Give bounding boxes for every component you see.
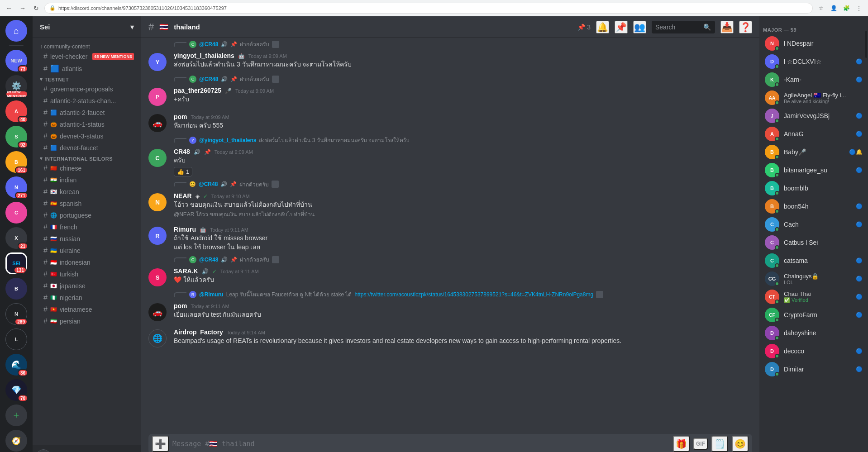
home-button[interactable]: ⌂ <box>5 20 27 42</box>
server-icon-2[interactable]: ⚙️ 65 NEW MENTIONS <box>5 75 27 97</box>
message-content-airdrop: Airdrop_Factory Today at 9:14 AM Beampad… <box>174 328 752 347</box>
member-boomblb[interactable]: B boomblb <box>761 179 866 197</box>
gift-button[interactable]: 🎁 <box>673 436 690 452</box>
server-icon-11[interactable]: N 289 <box>5 303 27 325</box>
message-input[interactable] <box>172 435 669 452</box>
server-icon-sei[interactable]: SEI 131 <box>5 252 27 274</box>
search-box[interactable]: 🔍 <box>652 21 715 33</box>
server-icon-13[interactable]: 🌊 36 <box>5 354 27 376</box>
sticker-button[interactable]: 🗒️ <box>711 436 728 452</box>
server-icon-14[interactable]: 💎 70 <box>5 379 27 401</box>
member-dclxvi[interactable]: D l ☆DCLXVI☆ 🔵 <box>761 52 866 71</box>
reply-link-pom2[interactable]: https://twitter.com/acousticzpk/status/1… <box>354 291 593 298</box>
bookmark-button[interactable]: ☆ <box>816 3 826 14</box>
member-catsama[interactable]: C catsama 🔵 <box>761 252 866 270</box>
channel-item-ukraine[interactable]: # 🇺🇦 ukraine <box>36 245 138 257</box>
messages-area[interactable]: C @CR48 🔊 📌 ฝากด้วยครับ Y yingyot_l_thai… <box>141 38 759 434</box>
channel-item-atlantic2-status[interactable]: # atlantic-2-status-chan... <box>36 95 138 107</box>
channel-item-devnet-faucet[interactable]: # 🟦 devnet-faucet <box>36 142 138 154</box>
channel-item-indonesian[interactable]: # 🇮🇩 indonesian <box>36 257 138 268</box>
member-agileangel[interactable]: AA AgileAngel 🇦🇺 Fly-fly i... Be alive a… <box>761 89 866 107</box>
address-bar[interactable]: 🔒 https://discord.com/channels/973057323… <box>44 3 813 14</box>
member-chauthai[interactable]: CT Chau Thai ✅ Verified 🔵 <box>761 288 866 306</box>
channel-item-spanish[interactable]: # 🇪🇸 spanish <box>36 198 138 209</box>
add-file-button[interactable]: ➕ <box>152 436 169 452</box>
author-airdrop[interactable]: Airdrop_Factory <box>174 328 223 336</box>
channel-item-atlantic1-status[interactable]: # 🎃 atlantic-1-status <box>36 119 138 130</box>
member-decoco[interactable]: D decoco 🔵 <box>761 342 866 360</box>
japanese-flag: 🇯🇵 <box>50 283 57 289</box>
member-karn[interactable]: K -Karn- 🔵 <box>761 71 866 89</box>
author-pom2[interactable]: pom <box>174 302 187 309</box>
reload-button[interactable]: ↻ <box>31 3 42 14</box>
channel-item-devnet3-status[interactable]: # 🎃 devnet-3-status <box>36 130 138 142</box>
channel-item-russian[interactable]: # 🇷🇺 russian <box>36 233 138 245</box>
category-international[interactable]: ▾ INTERNATIONAL SEILORS <box>33 154 141 162</box>
forward-button[interactable]: → <box>17 3 28 14</box>
member-cach[interactable]: C Cach 🔵 <box>761 215 866 233</box>
server-icon-6[interactable]: N 271 <box>5 176 27 198</box>
server-icon-4[interactable]: S 92 <box>5 126 27 147</box>
server-icon-7[interactable]: C <box>5 202 27 224</box>
back-button[interactable]: ← <box>4 3 14 14</box>
reaction-thumbsup[interactable]: 👍 1 <box>174 167 192 176</box>
member-ndespair[interactable]: N l NDespair <box>761 34 866 52</box>
channel-item-level-checker[interactable]: # level-checker 65 NEW MENTIONS <box>36 51 138 62</box>
channel-item-atlantis[interactable]: # 🟦 atlantis <box>36 62 138 75</box>
author-sara[interactable]: SARA.K <box>174 267 198 275</box>
help-button[interactable]: ❓ <box>739 21 752 33</box>
server-icon-5[interactable]: B 161 <box>5 151 27 173</box>
channel-item-japanese[interactable]: # 🇯🇵 japanese <box>36 280 138 292</box>
member-dimitar[interactable]: D Dimitar 🔵 <box>761 360 866 378</box>
user-settings-button[interactable]: ⚙️ <box>125 450 138 452</box>
inbox-button[interactable]: 📥 <box>720 21 734 33</box>
member-catbus[interactable]: C Catbus l Sei <box>761 233 866 252</box>
server-icon-1[interactable]: NEW 73 <box>5 50 27 71</box>
notifications-button[interactable]: 🔔 <box>596 21 609 33</box>
channel-item-persian[interactable]: # 🇮🇷 persian <box>36 315 138 327</box>
author-pom[interactable]: pom <box>174 113 187 120</box>
pin-button[interactable]: 📌 <box>615 21 628 33</box>
server-icon-8[interactable]: X 21 <box>5 227 27 249</box>
member-jamir[interactable]: J JamirVevvgJSBj 🔵 <box>761 107 866 125</box>
gif-button[interactable]: GIF <box>693 438 708 450</box>
server-icon-10[interactable]: B <box>5 278 27 300</box>
discover-button[interactable]: 🧭 <box>5 430 27 452</box>
channel-item-chinese[interactable]: # 🇨🇳 chinese <box>36 162 138 174</box>
mute-button[interactable]: 🎤 <box>96 450 109 452</box>
channel-item-turkish[interactable]: # 🇹🇷 turkish <box>36 268 138 280</box>
author-rimuru[interactable]: Rimuru <box>174 226 196 233</box>
member-baby[interactable]: B Baby🎤 🔵🔔 <box>761 143 866 161</box>
menu-button[interactable]: ⋮ <box>854 3 864 14</box>
extensions-button[interactable]: 🧩 <box>841 3 852 14</box>
channel-item-atlantic2-faucet[interactable]: # 🟦 atlantic-2-faucet <box>36 107 138 119</box>
member-bitsmartgee[interactable]: B bitsmartgee_su 🔵 <box>761 161 866 179</box>
author-near[interactable]: NEAR <box>174 192 192 200</box>
deafen-button[interactable]: 🎧 <box>110 450 123 452</box>
member-boon54h[interactable]: B boon54h 🔵 <box>761 197 866 215</box>
server-name-header[interactable]: Sei ▾ <box>33 16 141 38</box>
server-icon-12[interactable]: L <box>5 328 27 350</box>
channel-item-indian[interactable]: # 🇮🇳 indian <box>36 174 138 186</box>
member-chainguys[interactable]: CG Chainguys🔒 LOL 🔵 <box>761 270 866 288</box>
profile-button[interactable]: 👤 <box>828 3 839 14</box>
author-paather[interactable]: paa_ther260725 <box>174 87 221 94</box>
channel-item-vietnamese[interactable]: # 🇻🇳 vietnamese <box>36 304 138 315</box>
add-server-button[interactable]: + <box>5 404 27 426</box>
channel-list: ↑ community-content # level-checker 65 N… <box>33 38 141 445</box>
category-testnet[interactable]: ▾ TESTNET <box>33 75 141 83</box>
channel-item-korean[interactable]: # 🇰🇷 korean <box>36 186 138 198</box>
server-icon-3[interactable]: A 40 <box>5 100 27 122</box>
channel-item-governance[interactable]: # governance-proposals <box>36 83 138 95</box>
member-cryptofarm[interactable]: CF CryptoFarm 🔵 <box>761 306 866 324</box>
search-input[interactable] <box>655 24 701 31</box>
channel-item-french[interactable]: # 🇫🇷 french <box>36 221 138 233</box>
author-yingyot[interactable]: yingyot_l_thaiialens <box>174 52 234 59</box>
channel-item-nigerian[interactable]: # 🇳🇬 nigerian <box>36 292 138 304</box>
channel-item-portuguese[interactable]: # 🌐 portuguese <box>36 209 138 221</box>
member-dahoyshine[interactable]: D dahoyshine <box>761 324 866 342</box>
author-cr48[interactable]: CR48 <box>174 148 190 155</box>
members-button[interactable]: 👥 <box>633 21 646 33</box>
emoji-button[interactable]: 😊 <box>732 436 749 452</box>
member-annag[interactable]: A AnnaG 🔵 <box>761 125 866 143</box>
